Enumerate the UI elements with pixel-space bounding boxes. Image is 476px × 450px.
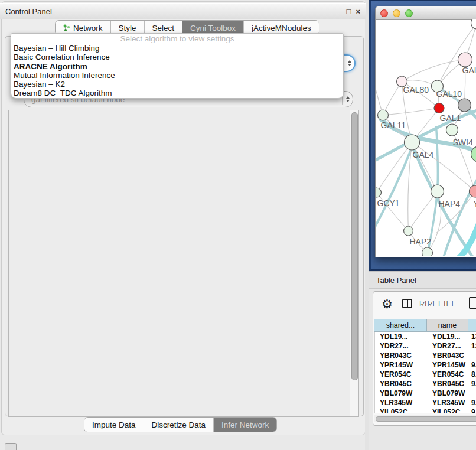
- node-gray[interactable]: [458, 99, 471, 112]
- close-traffic-light-icon[interactable]: [380, 9, 388, 17]
- settings-scrollpane: [8, 110, 359, 417]
- node-gcy1[interactable]: [376, 188, 382, 197]
- minimize-traffic-light-icon[interactable]: [393, 9, 400, 17]
- algorithm-placeholder: Select algorithm to view settings: [11, 34, 343, 44]
- tab-discretize-data[interactable]: Discretize Data: [144, 418, 214, 432]
- svg-text:GCY1: GCY1: [377, 198, 400, 208]
- table-panel-title: Table Panel: [369, 276, 416, 285]
- algorithm-option[interactable]: Mutual Information Inference: [11, 71, 343, 80]
- float-window-icon[interactable]: □: [347, 7, 351, 16]
- deselect-columns-icon[interactable]: ☐☐: [438, 299, 454, 308]
- table-row[interactable]: YBR045CYBR045C9.: [375, 379, 476, 389]
- table-header-row: shared... name A: [374, 319, 476, 332]
- algorithm-option[interactable]: Bayesian – K2: [11, 80, 343, 89]
- screen: Control Panel □ × Network Style Select C…: [0, 0, 476, 450]
- node-hap4[interactable]: [431, 185, 444, 198]
- svg-text:GAL: GAL: [462, 66, 476, 75]
- tab-infer-network[interactable]: Infer Network: [213, 418, 276, 432]
- combo-spinner-icon: [344, 58, 351, 69]
- algorithm-option-selected[interactable]: ARACNE Algorithm: [11, 62, 343, 71]
- table-row[interactable]: YER054CYER054C8.: [375, 370, 476, 379]
- table-panel-card: ⚙ ☑☑ ☐☐ shared... name A YDL19...YDL19..…: [373, 291, 476, 426]
- table-rows: YDL19...YDL19...13 YDR27...YDR27...12 YB…: [374, 332, 476, 413]
- svg-text:HAP4: HAP4: [439, 199, 461, 208]
- scrollbar-thumb[interactable]: [376, 416, 476, 422]
- control-panel-title: Control Panel: [0, 7, 52, 16]
- svg-text:GAL4: GAL4: [413, 150, 434, 159]
- algorithm-option[interactable]: Dream8 DC_TDC Algorithm: [11, 89, 343, 97]
- node-top-edge[interactable]: [471, 19, 476, 29]
- svg-text:GAL80: GAL80: [403, 85, 429, 94]
- node-bottom[interactable]: [422, 247, 433, 256]
- table-row[interactable]: YBR043CYBR043C: [375, 351, 476, 360]
- network-window: GAL80 GAL10 GAL1 GAL11 SWI4 GAL4 GCY1 HA…: [375, 6, 476, 257]
- split-columns-icon[interactable]: [402, 299, 412, 308]
- node-gal4[interactable]: [405, 135, 420, 150]
- table-row[interactable]: YDR27...YDR27...12: [375, 341, 476, 351]
- table-row[interactable]: YPR145WYPR145W9.: [375, 360, 476, 370]
- bottom-tabbar: Impute Data Discretize Data Infer Networ…: [84, 417, 277, 432]
- network-canvas[interactable]: GAL80 GAL10 GAL1 GAL11 SWI4 GAL4 GCY1 HA…: [376, 19, 476, 256]
- zoom-traffic-light-icon[interactable]: [405, 9, 413, 17]
- algorithm-dropdown-popup: Select algorithm to view settings Bayesi…: [11, 33, 344, 99]
- table-row[interactable]: YLR345WYLR345W9.: [375, 398, 476, 407]
- network-icon: [63, 24, 70, 32]
- gear-icon[interactable]: ⚙: [382, 296, 393, 312]
- network-view-frame: GAL80 GAL10 GAL1 GAL11 SWI4 GAL4 GCY1 HA…: [369, 0, 476, 271]
- table-row[interactable]: YIL052CYIL052C9.: [375, 407, 476, 413]
- table-horizontal-scrollbar[interactable]: [374, 415, 476, 422]
- svg-text:Y: Y: [474, 199, 476, 208]
- node-gal11[interactable]: [378, 110, 389, 120]
- svg-text:SWI4: SWI4: [453, 138, 473, 147]
- close-icon[interactable]: ×: [356, 7, 360, 16]
- svg-text:GAL11: GAL11: [381, 120, 406, 130]
- network-node-labels: GAL80 GAL10 GAL1 GAL11 SWI4 GAL4 GCY1 HA…: [377, 66, 476, 246]
- tab-network-label: Network: [73, 24, 103, 32]
- algorithm-option[interactable]: Basic Correlation Inference: [11, 53, 343, 61]
- table-row[interactable]: YDL19...YDL19...13: [375, 332, 476, 341]
- panel-corner-button[interactable]: [5, 443, 17, 450]
- vertical-scrollbar[interactable]: [350, 110, 358, 416]
- tab-impute-data[interactable]: Impute Data: [84, 418, 144, 432]
- table-panel-titlebar: Table Panel: [369, 272, 476, 289]
- document-icon[interactable]: [469, 297, 476, 309]
- select-columns-icon[interactable]: ☑☑: [419, 299, 435, 308]
- node-gal-top[interactable]: [458, 53, 472, 67]
- node-hap2[interactable]: [404, 226, 413, 236]
- node-table: shared... name A: [374, 319, 476, 332]
- node-swi4[interactable]: [446, 124, 458, 136]
- table-panel-section: Table Panel ⚙ ☑☑ ☐☐ shared... name A YDL…: [369, 271, 476, 450]
- svg-text:HAP2: HAP2: [410, 237, 432, 246]
- table-row[interactable]: YBL079WYBL079W: [375, 389, 476, 398]
- table-toolbar: ⚙ ☑☑ ☐☐: [373, 295, 476, 314]
- scrollbar-thumb[interactable]: [351, 112, 358, 380]
- svg-text:GAL1: GAL1: [440, 113, 461, 123]
- column-header-partial[interactable]: A: [468, 319, 476, 332]
- network-window-titlebar[interactable]: [376, 6, 476, 20]
- algorithm-option[interactable]: Bayesian – Hill Climbing: [11, 44, 343, 53]
- column-header-name[interactable]: name: [427, 319, 468, 332]
- column-header-shared-name[interactable]: shared...: [374, 319, 427, 332]
- control-panel-titlebar: Control Panel □ ×: [0, 3, 366, 19]
- svg-text:GAL10: GAL10: [436, 89, 462, 99]
- panel-divider: [365, 0, 369, 450]
- node-gal1-selected[interactable]: [434, 103, 444, 113]
